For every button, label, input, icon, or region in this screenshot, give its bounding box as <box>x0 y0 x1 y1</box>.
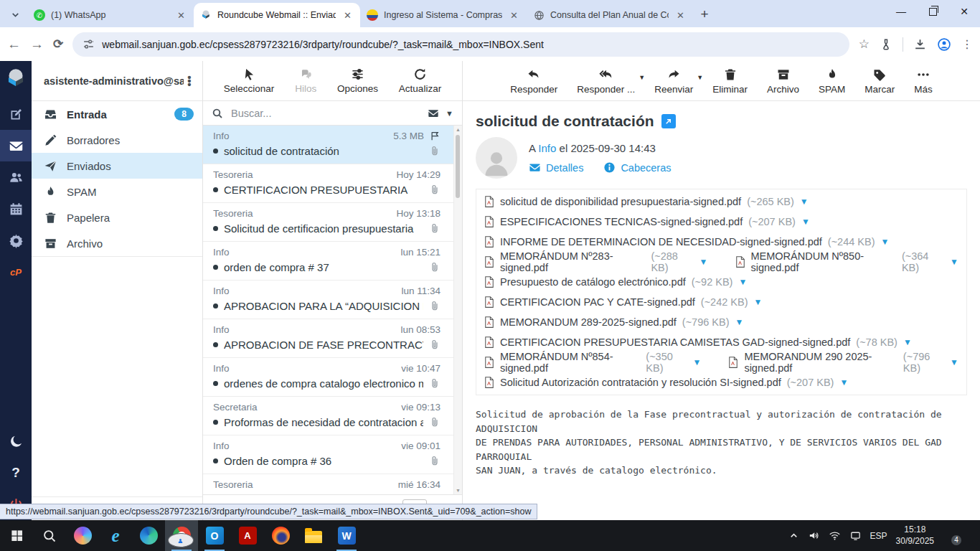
menu-kebab-icon[interactable]: ⋮ <box>961 39 973 50</box>
tray-chevron-up-icon[interactable] <box>788 530 799 541</box>
search-scope-mail-icon[interactable] <box>428 108 439 119</box>
message-row-7[interactable]: Infovie 10:47ordenes de compra catalogo … <box>203 358 462 397</box>
message-row-3[interactable]: TesoreriaHoy 13:18Solicitud de certifica… <box>203 203 462 242</box>
attachment-name[interactable]: CERTIFICACION PRESUPUESTARIA CAMISETAS G… <box>500 336 850 348</box>
list-toolbar-opciones[interactable]: Opciones <box>337 67 378 94</box>
taskbar-copilot-button[interactable] <box>66 520 99 551</box>
taskbar-acrobat-button[interactable]: A <box>231 520 264 551</box>
tab-close-icon[interactable]: ✕ <box>175 9 187 22</box>
tune-icon[interactable] <box>83 38 95 50</box>
tab-close-icon[interactable]: ✕ <box>341 9 354 22</box>
rail-dark-mode-button[interactable] <box>0 425 32 457</box>
rail-contacts-button[interactable] <box>0 161 32 193</box>
rail-help-button[interactable]: ? <box>0 457 32 489</box>
msg-toolbar-more-button[interactable]: Más <box>914 67 933 95</box>
account-menu-kebab-icon[interactable]: ••• <box>184 75 195 87</box>
taskbar-explorer-button[interactable] <box>297 520 330 551</box>
message-row-6[interactable]: Infolun 08:53APROBACION DE FASE PRECONTR… <box>203 319 462 358</box>
attachment-name[interactable]: INFORME DE DETERMINACION DE NECESIDAD-si… <box>500 236 822 248</box>
headers-link[interactable]: Cabeceras <box>603 161 671 174</box>
download-icon[interactable] <box>913 37 927 51</box>
taskbar-word-button[interactable]: W <box>330 520 363 551</box>
attachment-name[interactable]: ESPECIFICACIONES TECNICAS-signed-signed.… <box>500 216 743 227</box>
msg-toolbar-flame-button[interactable]: SPAM <box>819 67 845 95</box>
search-options-chevron-icon[interactable]: ▼ <box>446 109 453 118</box>
msg-toolbar-archive-button[interactable]: Archivo <box>767 67 799 95</box>
msg-toolbar-trash-button[interactable]: Eliminar <box>712 67 748 95</box>
attachment-name[interactable]: MEMORÁNDUM Nº850-signed.pdf <box>751 250 896 273</box>
message-row-2[interactable]: TesoreriaHoy 14:29CERTIFICACION PRESUPUE… <box>203 164 462 203</box>
to-link[interactable]: Info <box>538 142 556 154</box>
attachment-menu-caret-icon[interactable]: ▼ <box>735 317 744 327</box>
attachment-menu-caret-icon[interactable]: ▼ <box>950 257 958 267</box>
attachment-name[interactable]: MEMORANDUM 290 2025-signed.pdf <box>744 351 897 374</box>
msg-toolbar-reply-all-button[interactable]: ▼Responder ... <box>577 67 635 95</box>
attachment-menu-caret-icon[interactable]: ▼ <box>881 237 890 247</box>
attachment-menu-caret-icon[interactable]: ▼ <box>738 277 747 287</box>
folder-entrada[interactable]: Entrada8 <box>32 101 202 127</box>
attachment-name[interactable]: MEMORÁNDUM Nº854-signed.pdf <box>500 351 640 374</box>
attachment-name[interactable]: solicitud de disponibilidad presupuestar… <box>500 196 741 207</box>
taskbar-edge-button[interactable] <box>132 520 165 551</box>
display-cast-icon[interactable] <box>849 529 862 542</box>
message-row-4[interactable]: Infolun 15:21orden de compra # 37 <box>203 242 462 281</box>
scrollbar[interactable]: ▲ ▼ <box>453 126 462 494</box>
rail-compose-button[interactable] <box>0 98 32 130</box>
folder-borradores[interactable]: Borradores <box>32 127 202 153</box>
wifi-icon[interactable] <box>829 529 841 542</box>
url-bar[interactable]: webmail.sanjuan.gob.ec/cpsess2879723216/… <box>72 32 849 57</box>
message-row-5[interactable]: Infolun 11:34APROBACION PARA LA “ADQUISI… <box>203 281 462 319</box>
folder-archivo[interactable]: Archivo <box>32 230 202 256</box>
taskbar-firefox-button[interactable] <box>264 520 297 551</box>
labs-beaker-icon[interactable] <box>880 38 892 51</box>
volume-icon[interactable] <box>808 529 820 542</box>
attachment-menu-caret-icon[interactable]: ▼ <box>692 357 701 367</box>
clock[interactable]: 15:18 30/9/2025 <box>896 524 934 547</box>
taskbar-start-button[interactable] <box>0 520 33 551</box>
browser-tab-1[interactable]: ✆(1) WhatsApp✕ <box>27 3 194 27</box>
browser-tab-2[interactable]: Roundcube Webmail :: Enviados✕ <box>194 3 360 27</box>
attachment-name[interactable]: Presupuesto de catálogo electrónico.pdf <box>500 276 686 288</box>
tab-search-button[interactable] <box>5 5 25 24</box>
minimize-button[interactable]: — <box>885 0 917 23</box>
attachment-name[interactable]: MEMORANDUM 289-2025-signed.pdf <box>500 316 677 328</box>
attachment-menu-caret-icon[interactable]: ▼ <box>754 297 763 307</box>
msg-toolbar-tag-button[interactable]: Marcar <box>864 67 895 95</box>
list-toolbar-actualizar[interactable]: Actualizar <box>399 67 441 94</box>
forward-button[interactable]: → <box>30 37 44 51</box>
language-indicator[interactable]: ESP <box>870 531 887 541</box>
notification-center-button[interactable]: 4 <box>943 529 958 543</box>
new-tab-button[interactable]: + <box>694 4 715 24</box>
tab-close-icon[interactable]: ✕ <box>508 9 520 22</box>
browser-tab-4[interactable]: Consulta del Plan Anual de Con✕ <box>527 3 693 27</box>
attachment-name[interactable]: MEMORÁNDUM Nº283-signed.pdf <box>500 250 645 273</box>
folder-enviados[interactable]: Enviados <box>32 153 202 179</box>
attachment-menu-caret-icon[interactable]: ▼ <box>800 197 809 207</box>
attachment-menu-caret-icon[interactable]: ▼ <box>839 377 848 387</box>
tab-close-icon[interactable]: ✕ <box>674 9 687 22</box>
attachment-name[interactable]: Solicitud Autorización contratación y re… <box>500 377 781 388</box>
reload-button[interactable]: ⟳ <box>53 38 63 50</box>
rail-calendar-button[interactable] <box>0 193 32 225</box>
attachment-menu-caret-icon[interactable]: ▼ <box>801 217 810 227</box>
message-row-8[interactable]: Secretariavie 09:13Proformas de necesida… <box>203 397 462 435</box>
rail-cpanel-button[interactable]: cP <box>0 256 32 288</box>
scroll-up-arrow[interactable]: ▲ <box>454 126 462 133</box>
attachment-name[interactable]: CERTIFICACION PAC Y CATE-signed.pdf <box>500 296 695 308</box>
dropdown-caret-icon[interactable]: ▼ <box>697 74 703 81</box>
dropdown-caret-icon[interactable]: ▼ <box>639 74 645 81</box>
taskbar-chrome-button[interactable] <box>165 520 198 551</box>
list-toolbar-hilos[interactable]: Hilos <box>295 67 316 94</box>
restore-button[interactable] <box>917 0 948 23</box>
search-input[interactable] <box>230 107 421 120</box>
close-button[interactable]: ✕ <box>948 0 980 23</box>
folder-papelera[interactable]: Papelera <box>32 204 202 230</box>
scrollbar-thumb[interactable] <box>456 135 460 198</box>
taskbar-ie-button[interactable]: e <box>99 520 132 551</box>
folder-spam[interactable]: SPAM <box>32 179 202 204</box>
rail-settings-button[interactable] <box>0 225 32 256</box>
bookmark-star-icon[interactable]: ☆ <box>859 38 870 50</box>
open-in-new-window-icon[interactable] <box>661 114 676 128</box>
flag-icon[interactable] <box>430 131 440 141</box>
details-link[interactable]: Detalles <box>529 161 583 174</box>
